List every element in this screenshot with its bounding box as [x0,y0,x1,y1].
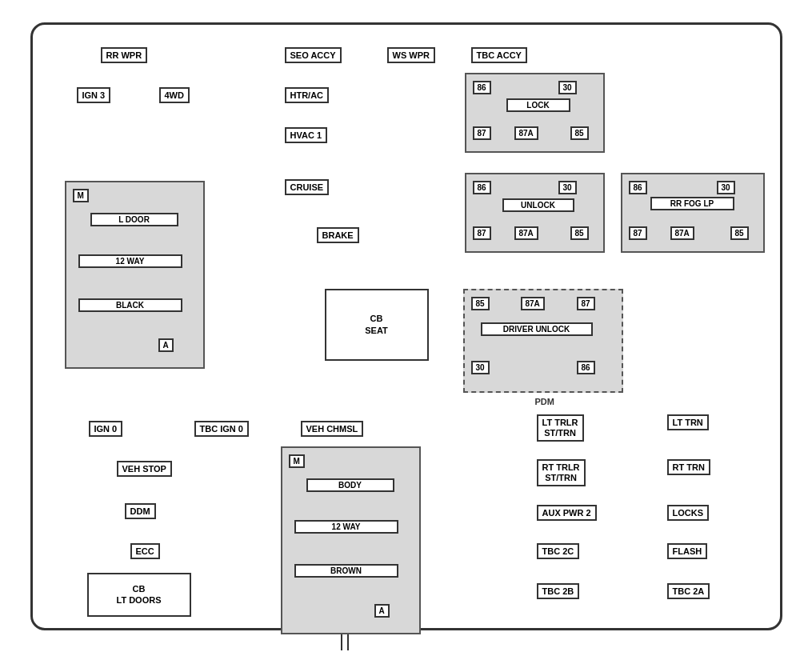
lock-30: 30 [558,81,577,94]
unlock-87: 87 [473,226,491,240]
lock-86: 86 [473,81,491,94]
unlock-86: 86 [473,181,491,194]
cb-lt-doors-box: CB LT DOORS [87,573,191,617]
seo-accy-label: SEO ACCY [285,47,342,63]
ign0-label: IGN 0 [89,421,123,437]
lt-trn-label: LT TRN [667,414,709,430]
left-connector-container: M L DOOR 12 WAY BLACK A [65,181,205,369]
right-brown: BROWN [294,564,398,578]
fog-85: 85 [730,226,749,240]
fog-87: 87 [629,226,647,240]
pdm-label: PDM [535,397,554,406]
rr-wpr-label: RR WPR [101,47,148,63]
brake-label: BRAKE [317,227,359,243]
du-87: 87 [577,297,595,310]
fuse-diagram: RR WPR SEO ACCY WS WPR TBC ACCY IGN 3 4W… [30,22,782,630]
locks-label: LOCKS [667,505,710,521]
hvac1-label: HVAC 1 [285,127,328,143]
du-30: 30 [471,361,490,374]
du-87a: 87A [521,297,545,310]
rt-trlr-label: RT TRLR ST/TRN [537,459,586,486]
lock-label: LOCK [506,98,570,112]
flash-label: FLASH [667,543,708,559]
right-a: A [374,604,390,618]
veh-stop-label: VEH STOP [117,461,172,477]
pdm-container: 85 87A 87 DRIVER UNLOCK 30 86 [463,289,623,393]
lock-87: 87 [473,126,491,140]
lock-relay-container: 86 30 LOCK 87 87A 85 [465,73,605,153]
tbc-2b-label: TBC 2B [537,583,580,599]
fog-label: RR FOG LP [650,197,734,210]
tbc-2c-label: TBC 2C [537,543,580,559]
rt-trn-label: RT TRN [667,459,710,475]
fog-86: 86 [629,181,647,194]
unlock-85: 85 [570,226,589,240]
left-a: A [158,338,174,352]
fog-30: 30 [717,181,735,194]
fog-87a: 87A [670,226,694,240]
4wd-label: 4WD [159,87,190,103]
unlock-87a: 87A [514,226,538,240]
left-l-door: L DOOR [90,213,178,226]
du-85: 85 [471,297,490,310]
right-body: BODY [306,478,394,492]
cb-seat-box: CB SEAT [325,289,429,361]
lock-87a: 87A [514,126,538,140]
veh-chmsl-label: VEH CHMSL [301,421,364,437]
ecc-label: ECC [130,543,160,559]
cruise-label: CRUISE [285,179,330,195]
left-12way: 12 WAY [78,254,182,268]
right-connector-container: M BODY 12 WAY BROWN A [281,446,421,634]
rr-fog-relay-container: 86 30 RR FOG LP 87 87A 85 [621,173,765,253]
tbc-2a-label: TBC 2A [667,583,710,599]
unlock-30: 30 [558,181,577,194]
tbc-accy-label: TBC ACCY [471,47,527,63]
aux-pwr2-label: AUX PWR 2 [537,505,597,521]
lock-85: 85 [570,126,589,140]
connector-bottom [341,634,349,650]
right-m: M [289,454,305,468]
tbc-ign0-label: TBC IGN 0 [194,421,249,437]
left-black: BLACK [78,298,182,312]
lt-trlr-label: LT TRLR ST/TRN [537,414,584,442]
ddm-label: DDM [125,503,156,519]
htr-ac-label: HTR/AC [285,87,330,103]
right-12way: 12 WAY [294,520,398,534]
du-label: DRIVER UNLOCK [481,322,593,336]
ign3-label: IGN 3 [77,87,111,103]
unlock-label: UNLOCK [502,198,574,212]
left-m: M [73,189,89,202]
ws-wpr-label: WS WPR [387,47,435,63]
unlock-relay-container: 86 30 UNLOCK 87 87A 85 [465,173,605,253]
du-86: 86 [577,361,595,374]
